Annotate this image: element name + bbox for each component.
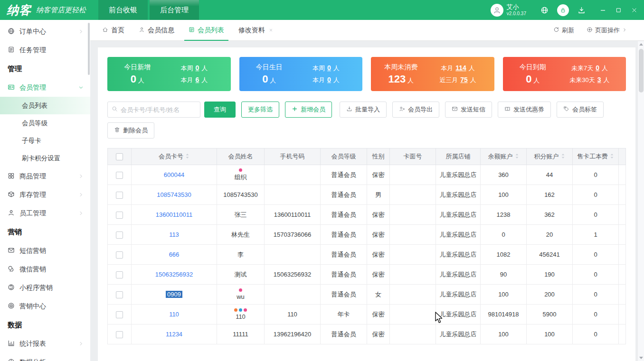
page-actions-button[interactable]: 页面操作 <box>587 26 627 35</box>
member-tag-dots <box>219 168 262 172</box>
row-checkbox[interactable] <box>116 331 123 338</box>
stat-card-detail[interactable]: 本周0人 <box>313 64 340 73</box>
globe-icon[interactable] <box>539 4 550 16</box>
delete-member-label: 删除会员 <box>123 126 148 135</box>
member-phone <box>265 285 321 305</box>
batch-import-button[interactable]: 批量导入 <box>340 102 387 118</box>
scroll-thumb[interactable] <box>639 49 644 93</box>
user-block[interactable]: 艾小 v2.0.0.37 <box>491 4 526 17</box>
stat-card-detail[interactable]: 未来7天0人 <box>571 64 608 73</box>
row-checkbox[interactable] <box>116 172 123 179</box>
column-header[interactable]: 会员卡号 <box>132 148 217 165</box>
member-level: 普通会员 <box>321 225 367 245</box>
member-card-no-link[interactable]: 13600110011 <box>156 211 193 218</box>
send-sms-button[interactable]: 发送短信 <box>445 102 492 118</box>
member-row: 112341111113962196420普通会员保密儿童乐园总店1001000 <box>108 324 626 344</box>
member-card-no-link[interactable]: 600044 <box>164 171 184 178</box>
stat-card-detail[interactable]: 本月6人 <box>181 76 208 84</box>
page-tab-member-info[interactable]: 会员信息 <box>132 20 181 41</box>
sidebar-item-task-manage[interactable]: 任务管理 <box>0 41 90 59</box>
send-coupon-button[interactable]: 发送优惠券 <box>498 102 551 118</box>
member-fee: 0 <box>573 324 619 344</box>
member-tag-dots <box>219 288 262 292</box>
sidebar-item-member-list[interactable]: 会员列表 <box>0 97 90 114</box>
row-checkbox[interactable] <box>116 231 123 239</box>
member-card-no-link[interactable]: 15063256932 <box>155 271 193 278</box>
member-card-face <box>390 305 436 324</box>
member-fee: 0 <box>573 245 619 265</box>
download-icon[interactable] <box>576 4 587 16</box>
miniprogram-icon <box>8 284 15 292</box>
sidebar-item-staff-manage[interactable]: 员工管理 <box>0 204 90 222</box>
member-card-no-link[interactable]: 666 <box>169 251 180 258</box>
scroll-down-icon[interactable] <box>639 357 643 359</box>
sidebar-item-card-points-setting[interactable]: 刷卡积分设置 <box>0 149 90 167</box>
topbar-tab-backend-admin[interactable]: 后台管理 <box>150 0 199 20</box>
sidebar-item-inventory-manage[interactable]: 库存管理 <box>0 185 90 204</box>
search-input[interactable] <box>121 106 196 113</box>
row-checkbox[interactable] <box>116 251 123 259</box>
lock-icon[interactable] <box>557 4 569 16</box>
sidebar-item-order-center[interactable]: 订单中心 <box>0 22 90 41</box>
page-tab-member-list[interactable]: 会员列表 <box>181 20 231 41</box>
topbar-tab-front-cashier[interactable]: 前台收银 <box>98 0 148 20</box>
user-meta: 艾小 v2.0.0.37 <box>507 4 526 16</box>
stat-card-detail[interactable]: 近三月75人 <box>439 76 476 84</box>
list-icon <box>189 27 195 34</box>
sidebar-item-wechat-marketing[interactable]: 微信营销 <box>0 260 90 278</box>
scroll-up-icon[interactable] <box>639 43 643 46</box>
member-card-no-link[interactable]: 1085743530 <box>157 191 191 198</box>
select-all-checkbox[interactable] <box>116 153 123 160</box>
sidebar-item-member-manage[interactable]: 会员管理 <box>0 78 90 97</box>
member-store: 儿童乐园总店 <box>436 245 481 265</box>
row-checkbox[interactable] <box>116 291 123 298</box>
close-icon[interactable] <box>269 28 273 32</box>
member-card-face <box>390 324 436 344</box>
query-button[interactable]: 查询 <box>204 102 236 118</box>
sidebar-item-stats-report[interactable]: 统计报表 <box>0 334 90 353</box>
minimize-icon[interactable] <box>600 7 606 13</box>
member-card-no-link[interactable]: 11234 <box>166 331 182 338</box>
member-card-no-link[interactable]: 110 <box>169 311 179 318</box>
row-checkbox[interactable] <box>116 212 123 219</box>
stat-card-detail[interactable]: 本月0人 <box>313 76 340 84</box>
row-checkbox[interactable] <box>116 271 123 278</box>
sidebar-item-marketing-center[interactable]: 营销中心 <box>0 297 90 315</box>
member-points: 362 <box>527 205 573 225</box>
more-filter-button[interactable]: 更多筛选 <box>241 102 279 118</box>
row-checkbox[interactable] <box>116 192 123 199</box>
home-icon <box>102 27 108 34</box>
column-header[interactable]: 积分账户 <box>527 148 573 165</box>
stat-card-detail[interactable]: 未来30天3人 <box>569 76 609 84</box>
sidebar-item-data-analysis[interactable]: 数据分析 <box>0 353 90 361</box>
refresh-button[interactable]: 刷新 <box>553 26 574 35</box>
delete-member-button[interactable]: 删除会员 <box>107 122 154 139</box>
member-tag-button[interactable]: 会员标签 <box>557 102 604 118</box>
sidebar-item-product-manage[interactable]: 商品管理 <box>0 167 90 185</box>
column-header[interactable]: 余额账户 <box>481 148 527 165</box>
sidebar-item-sms-marketing[interactable]: 短信营销 <box>0 241 90 260</box>
sidebar-scrollbar[interactable] <box>88 23 90 75</box>
page-tab-edit-profile[interactable]: 修改资料 <box>231 20 280 41</box>
content-panel: 今日新增0 人本周0人本月6人今日生日0 人本周0人本月0人本周未消费123 人… <box>98 47 635 361</box>
member-level: 普通会员 <box>321 245 367 265</box>
sidebar-item-child-mother-card[interactable]: 子母卡 <box>0 132 90 149</box>
member-card-no-link[interactable]: 113 <box>169 231 179 238</box>
close-window-icon[interactable] <box>631 7 637 13</box>
member-fee: 0 <box>573 265 619 285</box>
app-logo: 纳客 <box>0 2 36 18</box>
page-tab-home[interactable]: 首页 <box>95 20 132 41</box>
stat-card-detail[interactable]: 本周0人 <box>181 64 208 73</box>
row-checkbox[interactable] <box>116 311 123 318</box>
add-member-button[interactable]: 新增会员 <box>285 102 332 118</box>
maximize-icon[interactable] <box>616 7 622 13</box>
column-header[interactable]: 售卡工本费 <box>573 148 619 165</box>
sidebar-item-member-level[interactable]: 会员等级 <box>0 114 90 132</box>
member-export-button[interactable]: 会员导出 <box>392 102 439 118</box>
content-scrollbar[interactable] <box>637 41 644 361</box>
member-card-no-link[interactable]: 0909 <box>166 291 182 298</box>
search-box <box>107 102 200 118</box>
sidebar-menu: 订单中心任务管理管理会员管理会员列表会员等级子母卡刷卡积分设置商品管理库存管理员… <box>0 22 90 361</box>
sidebar-item-miniprogram-marketing[interactable]: 小程序营销 <box>0 278 90 297</box>
stat-card-detail[interactable]: 本月114人 <box>441 64 475 73</box>
